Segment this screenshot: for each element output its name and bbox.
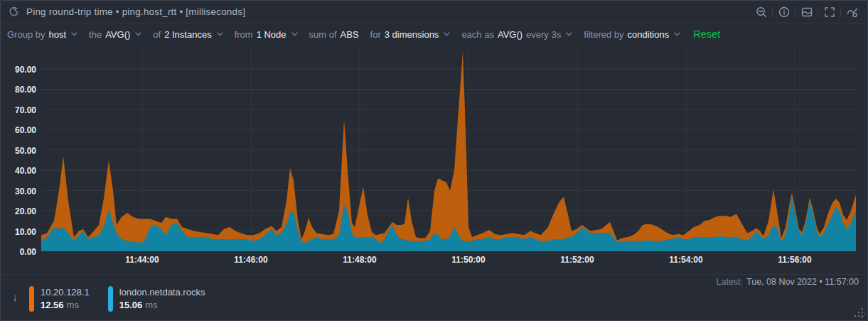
x-axis-tick: 11:50:00 (436, 255, 500, 265)
toolbar-item-avg-[interactable]: theAVG() (89, 29, 141, 40)
y-axis-tick: 40.00 (1, 166, 36, 176)
y-axis-tick: 70.00 (1, 105, 36, 115)
x-axis-tick: 11:46:00 (219, 255, 283, 265)
toolbar-item-suffix: every 3s (526, 29, 561, 40)
toolbar-item-avg-[interactable]: each asAVG()every 3s (461, 29, 572, 40)
toolbar-item-label: for (370, 29, 381, 40)
chevron-down-icon (217, 32, 223, 36)
chart-plot[interactable] (41, 46, 856, 251)
chart-toolbar: Reset Group byhosttheAVG()of2 Instancesf… (1, 23, 867, 45)
legend-item-london-netdata-rocks[interactable]: london.netdata.rocks15.06ms (108, 286, 205, 312)
chevron-down-icon (566, 32, 572, 36)
resize-grip-icon[interactable] (853, 306, 866, 319)
header-icon-group (750, 1, 863, 23)
y-axis-tick: 80.00 (1, 85, 36, 95)
legend-dimension-value: 12.56ms (41, 299, 90, 311)
chevron-down-icon (71, 32, 77, 36)
toolbar-item-value: AVG() (498, 29, 523, 40)
latest-label: Latest: (717, 277, 744, 287)
toolbar-item-label: filtered by (584, 29, 623, 40)
area-chart-icon[interactable] (795, 1, 818, 23)
y-axis-tick: 90.00 (1, 65, 36, 75)
toolbar-item-abs: sum ofABS (309, 29, 359, 40)
toolbar-item-label: the (89, 29, 102, 40)
latest-timestamp: Latest:Tue, 08 Nov 2022 • 11:57:00 (717, 277, 859, 287)
info-icon[interactable] (773, 1, 795, 23)
reset-button[interactable]: Reset (693, 28, 720, 40)
legend-dimension-name: london.netdata.rocks (119, 286, 205, 299)
expand-icon[interactable] (818, 1, 840, 23)
toolbar-item-1-node[interactable]: from1 Node (235, 29, 298, 40)
legend-dimension-value: 15.06ms (119, 299, 205, 311)
legend-item-10-20-128-1[interactable]: 10.20.128.112.56ms (29, 286, 90, 312)
y-axis-tick: 60.00 (1, 125, 36, 135)
chart-panel: Ping round-trip time • ping.host_rtt • [… (0, 0, 868, 321)
chart-area[interactable]: 0.0010.0020.0030.0040.0050.0060.0070.008… (1, 45, 867, 274)
series-area-10-20-128-1 (41, 51, 856, 251)
y-axis-tick: 50.00 (1, 146, 36, 156)
toolbar-item-value: AVG() (105, 29, 130, 40)
chart-footer: Latest:Tue, 08 Nov 2022 • 11:57:00 ↓ 10.… (1, 274, 867, 320)
toolbar-item-host[interactable]: Group byhost (7, 29, 77, 40)
chart-plot-svg[interactable] (41, 46, 856, 251)
magnifier-chart-icon[interactable] (750, 1, 772, 23)
x-axis-tick: 11:44:00 (110, 255, 174, 265)
toolbar-item-label: Group by (7, 29, 45, 40)
y-axis-tick: 10.00 (1, 227, 36, 237)
chevron-down-icon (674, 32, 680, 36)
x-axis-tick: 11:52:00 (545, 255, 609, 265)
toolbar-item-value: host (48, 29, 66, 40)
legend-dimension-unit: ms (145, 300, 157, 310)
toolbar-item-label: sum of (309, 29, 337, 40)
chart-title: Ping round-trip time • ping.host_rtt • [… (26, 6, 245, 17)
y-axis-tick: 0.00 (1, 247, 36, 257)
toolbar-item-label: each as (461, 29, 494, 40)
chevron-down-icon (291, 32, 298, 36)
x-axis-tick: 11:56:00 (763, 255, 827, 265)
toolbar-item-2-instances[interactable]: of2 Instances (153, 29, 223, 40)
y-axis-tick: 20.00 (1, 206, 36, 216)
legend-dimension-name: 10.20.128.1 (41, 286, 90, 299)
legend-color-bar (29, 286, 34, 312)
legend: ↓ 10.20.128.112.56mslondon.netdata.rocks… (12, 286, 223, 312)
legend-dimension-unit: ms (67, 300, 79, 310)
toolbar-item-3-dimensions[interactable]: for3 dimensions (370, 29, 451, 40)
toolbar-item-value: 3 dimensions (385, 29, 439, 40)
legend-color-bar (108, 286, 113, 312)
toolbar-item-label: of (153, 29, 161, 40)
chart-header: Ping round-trip time • ping.host_rtt • [… (1, 1, 867, 23)
x-axis-tick: 11:48:00 (328, 255, 392, 265)
x-axis-tick: 11:54:00 (654, 255, 718, 265)
toolbar-item-value: ABS (341, 29, 359, 40)
toolbar-item-value: conditions (628, 29, 670, 40)
y-axis-tick: 30.00 (1, 186, 36, 196)
line-chart-icon[interactable] (841, 1, 863, 23)
latest-value: Tue, 08 Nov 2022 • 11:57:00 (746, 277, 859, 287)
toolbar-item-value: 1 Node (257, 29, 286, 40)
chevron-down-icon (135, 32, 141, 36)
chart-logo-icon (8, 6, 20, 18)
toolbar-item-label: from (235, 29, 253, 40)
toolbar-item-value: 2 Instances (164, 29, 212, 40)
toolbar-item-conditions[interactable]: filtered byconditions (584, 29, 680, 40)
sort-descending-icon[interactable]: ↓ (12, 291, 18, 304)
chevron-down-icon (444, 32, 450, 36)
